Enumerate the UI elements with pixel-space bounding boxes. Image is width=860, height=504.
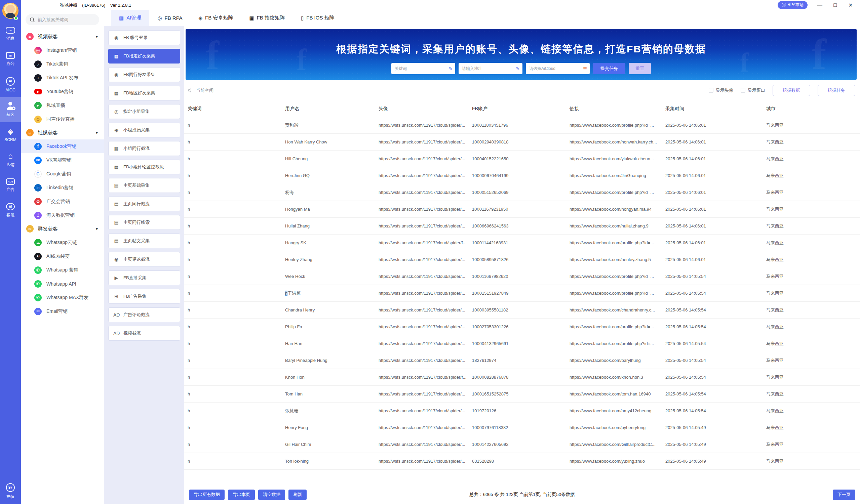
sidebar-item-email-marketing[interactable]: ✉Email营销 bbox=[21, 305, 104, 318]
table-row[interactable]: hChandra Henryhttps://wsfs.unsck.com/119… bbox=[184, 302, 860, 318]
rail-item-recharge[interactable]: ¥+充值 bbox=[0, 479, 21, 504]
tab-fb-android-matrix[interactable]: ◈FB 安卓矩阵 bbox=[191, 10, 241, 26]
fb-menu-friend-collect-peer[interactable]: ◉FB同行好友采集 bbox=[108, 67, 180, 82]
fb-menu-page-peer-leads[interactable]: ▤主页同行线索 bbox=[108, 215, 180, 230]
sidebar-item-ai-lead-fission[interactable]: AIAI线索裂变 bbox=[21, 249, 104, 263]
reset-button[interactable]: 重置 bbox=[629, 63, 651, 74]
sidebar-item-canton-fair-marketing[interactable]: ✿广交会营销 bbox=[21, 195, 104, 208]
rpa-market-button[interactable]: ◎ RPA市场 bbox=[778, 1, 807, 9]
sidebar-item-whatsapp-marketing[interactable]: ✆Whatsapp 营销 bbox=[21, 263, 104, 277]
table-row[interactable]: hBaryl Pineapple Hunghttps://wsfs.unsck.… bbox=[184, 352, 860, 369]
rail-item-ads[interactable]: ADS广告 bbox=[0, 173, 21, 198]
export-page-button[interactable]: 导出本页 bbox=[228, 490, 255, 500]
search-input[interactable] bbox=[38, 17, 88, 22]
refresh-button[interactable]: 刷新 bbox=[288, 490, 306, 500]
rail-item-acquisition[interactable]: +获客 bbox=[0, 97, 21, 122]
tab-fb-rpa[interactable]: ◎FB RPA bbox=[149, 10, 190, 26]
rail-item-office[interactable]: ≡办公 bbox=[0, 47, 21, 72]
table-row[interactable]: hHerrJinn GQhttps://wsfs.unsck.com/11917… bbox=[184, 167, 860, 184]
tab-fb-ios-matrix[interactable]: ▯FB IOS 矩阵 bbox=[293, 10, 343, 26]
sidebar-item-tiktok-api-publish[interactable]: ♪Tiktok API 发布 bbox=[21, 71, 104, 85]
sidebar-item-whatsapp-max-bulk[interactable]: ✆Whatsapp MAX群发 bbox=[21, 291, 104, 305]
rail-item-scrm[interactable]: ◈SCRM bbox=[0, 122, 21, 148]
table-row[interactable]: h張慧珊https://wsfs.unsck.com/11917/cloud/s… bbox=[184, 402, 860, 419]
table-row[interactable]: hHenry Fonghttps://wsfs.unsck.com/11917/… bbox=[184, 419, 860, 436]
sidebar-item-youtube-marketing[interactable]: ▶Youtube营销 bbox=[21, 85, 104, 99]
fb-menu-ad-comment-intercept[interactable]: AD广告评论截流 bbox=[108, 308, 180, 322]
next-page-button[interactable]: 下一页 bbox=[833, 490, 855, 500]
cell-avatar-url: https://wsfs.unsck.com/11917/cloud/spide… bbox=[375, 425, 469, 430]
cell-username: Hon Wah Karry Chow bbox=[282, 139, 375, 145]
sidebar-item-simultaneous-translation-live[interactable]: ☺同声传译直播 bbox=[21, 112, 104, 126]
sidebar-item-google-marketing[interactable]: GGoogle营销 bbox=[21, 167, 104, 181]
table-row[interactable]: hWee Hockhttps://wsfs.unsck.com/11917/cl… bbox=[184, 268, 860, 285]
fb-menu-ad-collect[interactable]: ⊞FB广告采集 bbox=[108, 289, 180, 304]
table-row[interactable]: hHan Hanhttps://wsfs.unsck.com/11917/clo… bbox=[184, 335, 860, 352]
address-input[interactable] bbox=[462, 66, 516, 71]
fb-menu-page-comment-intercept[interactable]: ◉主页评论截流 bbox=[108, 252, 180, 267]
keyword-input[interactable] bbox=[395, 66, 448, 71]
fb-menu-video-intercept[interactable]: AD视频截流 bbox=[108, 326, 180, 341]
clear-data-button[interactable]: 清空数据 bbox=[258, 490, 285, 500]
close-button[interactable]: ✕ bbox=[847, 2, 854, 9]
sidebar-group-0[interactable]: ◉视频获客▼ bbox=[21, 30, 104, 43]
aicloud-select[interactable]: ☰ bbox=[526, 63, 590, 74]
fb-menu-group-member-collect[interactable]: ◉小组成员采集 bbox=[108, 123, 180, 137]
sidebar-item-tiktok-marketing[interactable]: ♪Tiktok营销 bbox=[21, 57, 104, 71]
rail-item-shop[interactable]: ⌂店铺 bbox=[0, 148, 21, 173]
tab-fb-fingerprint-matrix[interactable]: ▣FB 指纹矩阵 bbox=[241, 10, 293, 26]
table-row[interactable]: hGil Hair Chimhttps://wsfs.unsck.com/119… bbox=[184, 436, 860, 453]
tab-ai-manage[interactable]: ▦AI管理 bbox=[111, 10, 149, 26]
table-row[interactable]: hToh lok-hinghttps://wsfs.unsck.com/1191… bbox=[184, 453, 860, 470]
fb-menu-group-comment-monitor-intercept[interactable]: ▦FB小组评论监控截流 bbox=[108, 160, 180, 174]
fb-menu-account-login[interactable]: ◉FB 帐号登录 bbox=[108, 30, 180, 45]
aicloud-input[interactable] bbox=[529, 66, 583, 71]
table-row[interactable]: hHongyan Mahttps://wsfs.unsck.com/11917/… bbox=[184, 201, 860, 218]
fb-menu-page-peer-intercept[interactable]: ▤主页同行截流 bbox=[108, 196, 180, 211]
table-row[interactable]: hh王洪篪https://wsfs.unsck.com/11917/cloud/… bbox=[184, 285, 860, 302]
fb-menu-friend-collect-region[interactable]: ▦FB地区好友采集 bbox=[108, 86, 180, 101]
table-row[interactable]: hHangry SKhttps://wsfs.unsck.com/11917/c… bbox=[184, 235, 860, 251]
fb-menu-group-peer-intercept[interactable]: ▦小组同行截流 bbox=[108, 141, 180, 156]
sidebar-item-vk-marketing[interactable]: VKVK智能营销 bbox=[21, 153, 104, 167]
table-row[interactable]: hHuilai Zhanghttps://wsfs.unsck.com/1191… bbox=[184, 218, 860, 235]
sidebar-item-whatsapp-api[interactable]: ✆Whatsapp API bbox=[21, 277, 104, 291]
export-all-button[interactable]: 导出所有数据 bbox=[189, 490, 225, 500]
edit-form-icon[interactable]: ✎ bbox=[516, 66, 520, 71]
sidebar-item-whatsapp-cloud-chain[interactable]: ☁Whatsapp云链 bbox=[21, 236, 104, 249]
table-row[interactable]: hHill Cheunghttps://wsfs.unsck.com/11917… bbox=[184, 150, 860, 167]
edit-form-icon[interactable]: ✎ bbox=[448, 66, 453, 71]
sidebar-search[interactable] bbox=[26, 14, 99, 25]
show-avatar-checkbox[interactable]: 显示头像 bbox=[709, 87, 733, 93]
rail-item-aigc[interactable]: AIAIGC bbox=[0, 72, 21, 97]
sidebar-item-customs-data-marketing[interactable]: ⚓海关数据营销 bbox=[21, 208, 104, 222]
rail-item-service[interactable]: AI客服 bbox=[0, 198, 21, 223]
sidebar-item-linkedin-marketing[interactable]: inLinkedin营销 bbox=[21, 181, 104, 195]
sidebar-item-facebook-marketing[interactable]: fFacebook营销 bbox=[21, 139, 104, 153]
table-row[interactable]: hKhon Honhttps://wsfs.unsck.com/11917/cl… bbox=[184, 369, 860, 386]
fb-menu-page-post-collect[interactable]: ▤主页帖文采集 bbox=[108, 234, 180, 248]
fb-menu-group-collect-designated[interactable]: ◎指定小组采集 bbox=[108, 104, 180, 119]
table-row[interactable]: hHon Wah Karry Chowhttps://wsfs.unsck.co… bbox=[184, 134, 860, 150]
sidebar-group-2[interactable]: ✉群发获客▼ bbox=[21, 222, 104, 236]
mine-data-button[interactable]: 挖掘数据 bbox=[773, 85, 810, 96]
sidebar-item-private-live[interactable]: ▶私域直播 bbox=[21, 99, 104, 112]
show-window-checkbox[interactable]: 显示窗口 bbox=[741, 87, 765, 93]
table-row[interactable]: hPhilip Fahttps://wsfs.unsck.com/11917/c… bbox=[184, 318, 860, 335]
table-row[interactable]: h贾和谐https://wsfs.unsck.com/11917/cloud/s… bbox=[184, 117, 860, 134]
column-header: 城市 bbox=[763, 106, 857, 112]
fb-menu-live-collect[interactable]: ▶FB直播采集 bbox=[108, 270, 180, 285]
table-row[interactable]: h杨海https://wsfs.unsck.com/11917/cloud/sp… bbox=[184, 184, 860, 201]
table-row[interactable]: hTom Hanhttps://wsfs.unsck.com/11917/clo… bbox=[184, 386, 860, 402]
sidebar-group-1[interactable]: ☺社媒获客▼ bbox=[21, 126, 104, 139]
table-row[interactable]: hHenley Zhanghttps://wsfs.unsck.com/1191… bbox=[184, 251, 860, 268]
sidebar-item-instagram-marketing[interactable]: ◎Instagram营销 bbox=[21, 43, 104, 57]
minimize-button[interactable]: — bbox=[816, 2, 823, 8]
mine-task-button[interactable]: 挖掘任务 bbox=[818, 85, 855, 96]
maximize-button[interactable]: □ bbox=[832, 2, 838, 8]
user-avatar[interactable] bbox=[0, 0, 21, 21]
fb-menu-friend-collect-designated[interactable]: ▦FB指定好友采集 bbox=[108, 49, 180, 63]
submit-task-button[interactable]: 提交任务 bbox=[593, 63, 625, 74]
fb-menu-page-basic-collect[interactable]: ▤主页基础采集 bbox=[108, 178, 180, 193]
rail-item-messages[interactable]: ⋯消息 bbox=[0, 21, 21, 47]
